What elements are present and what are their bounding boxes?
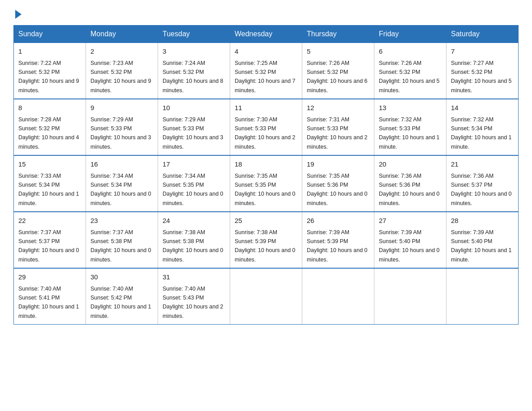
calendar-cell: 18 Sunrise: 7:35 AMSunset: 5:35 PMDaylig…	[230, 155, 302, 212]
calendar-cell: 31 Sunrise: 7:40 AMSunset: 5:43 PMDaylig…	[158, 268, 230, 325]
day-info: Sunrise: 7:37 AMSunset: 5:37 PMDaylight:…	[18, 229, 79, 263]
day-number: 5	[307, 47, 369, 57]
day-info: Sunrise: 7:24 AMSunset: 5:32 PMDaylight:…	[163, 60, 223, 94]
calendar-cell: 3 Sunrise: 7:24 AMSunset: 5:32 PMDayligh…	[158, 43, 230, 99]
day-number: 24	[163, 216, 225, 226]
calendar-week-row: 22 Sunrise: 7:37 AMSunset: 5:37 PMDaylig…	[14, 212, 519, 268]
calendar-cell: 9 Sunrise: 7:29 AMSunset: 5:33 PMDayligh…	[86, 99, 158, 155]
day-info: Sunrise: 7:33 AMSunset: 5:34 PMDaylight:…	[18, 173, 79, 206]
calendar-cell: 14 Sunrise: 7:32 AMSunset: 5:34 PMDaylig…	[446, 99, 519, 155]
calendar-cell: 19 Sunrise: 7:35 AMSunset: 5:36 PMDaylig…	[302, 155, 374, 212]
calendar-cell: 6 Sunrise: 7:26 AMSunset: 5:32 PMDayligh…	[374, 43, 446, 99]
calendar-cell	[446, 268, 519, 325]
day-number: 13	[379, 103, 442, 113]
day-info: Sunrise: 7:40 AMSunset: 5:43 PMDaylight:…	[163, 286, 223, 319]
day-info: Sunrise: 7:36 AMSunset: 5:37 PMDaylight:…	[451, 173, 512, 206]
calendar-weekday-tuesday: Tuesday	[158, 26, 230, 43]
day-info: Sunrise: 7:39 AMSunset: 5:39 PMDaylight:…	[307, 229, 368, 263]
day-info: Sunrise: 7:25 AMSunset: 5:32 PMDaylight:…	[235, 60, 296, 94]
calendar-table: SundayMondayTuesdayWednesdayThursdayFrid…	[13, 25, 519, 325]
calendar-cell: 10 Sunrise: 7:29 AMSunset: 5:33 PMDaylig…	[158, 99, 230, 155]
calendar-cell: 25 Sunrise: 7:38 AMSunset: 5:39 PMDaylig…	[230, 212, 302, 268]
day-number: 1	[18, 47, 81, 57]
calendar-cell: 24 Sunrise: 7:38 AMSunset: 5:38 PMDaylig…	[158, 212, 230, 268]
day-number: 4	[235, 47, 297, 57]
calendar-cell: 5 Sunrise: 7:26 AMSunset: 5:32 PMDayligh…	[302, 43, 374, 99]
day-number: 2	[90, 47, 153, 57]
day-info: Sunrise: 7:30 AMSunset: 5:33 PMDaylight:…	[235, 116, 296, 150]
day-number: 22	[18, 216, 81, 226]
calendar-cell: 27 Sunrise: 7:39 AMSunset: 5:40 PMDaylig…	[374, 212, 446, 268]
calendar-week-row: 1 Sunrise: 7:22 AMSunset: 5:32 PMDayligh…	[14, 43, 519, 99]
calendar-cell: 4 Sunrise: 7:25 AMSunset: 5:32 PMDayligh…	[230, 43, 302, 99]
calendar-cell: 8 Sunrise: 7:28 AMSunset: 5:32 PMDayligh…	[14, 99, 86, 155]
calendar-cell: 21 Sunrise: 7:36 AMSunset: 5:37 PMDaylig…	[446, 155, 519, 212]
calendar-cell: 23 Sunrise: 7:37 AMSunset: 5:38 PMDaylig…	[86, 212, 158, 268]
calendar-cell	[230, 268, 302, 325]
calendar-cell: 29 Sunrise: 7:40 AMSunset: 5:41 PMDaylig…	[14, 268, 86, 325]
day-number: 11	[235, 103, 297, 113]
calendar-weekday-friday: Friday	[374, 26, 446, 43]
day-info: Sunrise: 7:39 AMSunset: 5:40 PMDaylight:…	[379, 229, 440, 263]
logo	[13, 9, 21, 17]
day-number: 3	[163, 47, 225, 57]
day-number: 30	[90, 272, 153, 283]
day-number: 23	[90, 216, 153, 226]
day-number: 28	[451, 216, 514, 226]
day-number: 7	[451, 47, 514, 57]
logo-arrow-icon	[15, 10, 21, 19]
calendar-cell: 16 Sunrise: 7:34 AMSunset: 5:34 PMDaylig…	[86, 155, 158, 212]
day-info: Sunrise: 7:23 AMSunset: 5:32 PMDaylight:…	[90, 60, 151, 94]
calendar-cell: 7 Sunrise: 7:27 AMSunset: 5:32 PMDayligh…	[446, 43, 519, 99]
calendar-weekday-wednesday: Wednesday	[230, 26, 302, 43]
calendar-weekday-monday: Monday	[86, 26, 158, 43]
calendar-cell	[302, 268, 374, 325]
calendar-header-row: SundayMondayTuesdayWednesdayThursdayFrid…	[14, 26, 519, 43]
calendar-cell	[374, 268, 446, 325]
calendar-weekday-thursday: Thursday	[302, 26, 374, 43]
calendar-weekday-sunday: Sunday	[14, 26, 86, 43]
day-info: Sunrise: 7:38 AMSunset: 5:39 PMDaylight:…	[235, 229, 296, 263]
day-info: Sunrise: 7:28 AMSunset: 5:32 PMDaylight:…	[18, 116, 79, 150]
day-info: Sunrise: 7:34 AMSunset: 5:34 PMDaylight:…	[90, 173, 151, 206]
day-number: 15	[18, 159, 81, 170]
calendar-cell: 11 Sunrise: 7:30 AMSunset: 5:33 PMDaylig…	[230, 99, 302, 155]
calendar-cell: 22 Sunrise: 7:37 AMSunset: 5:37 PMDaylig…	[14, 212, 86, 268]
calendar-week-row: 8 Sunrise: 7:28 AMSunset: 5:32 PMDayligh…	[14, 99, 519, 155]
day-info: Sunrise: 7:36 AMSunset: 5:36 PMDaylight:…	[379, 173, 440, 206]
day-info: Sunrise: 7:31 AMSunset: 5:33 PMDaylight:…	[307, 116, 368, 150]
day-number: 31	[163, 272, 225, 283]
day-number: 14	[451, 103, 514, 113]
day-info: Sunrise: 7:26 AMSunset: 5:32 PMDaylight:…	[379, 60, 440, 94]
calendar-weekday-saturday: Saturday	[446, 26, 519, 43]
day-number: 19	[307, 159, 369, 170]
day-info: Sunrise: 7:22 AMSunset: 5:32 PMDaylight:…	[18, 60, 79, 94]
day-info: Sunrise: 7:32 AMSunset: 5:34 PMDaylight:…	[451, 116, 512, 150]
day-info: Sunrise: 7:39 AMSunset: 5:40 PMDaylight:…	[451, 229, 512, 263]
day-number: 6	[379, 47, 442, 57]
day-number: 17	[163, 159, 225, 170]
day-number: 29	[18, 272, 81, 283]
day-number: 21	[451, 159, 514, 170]
calendar-cell: 20 Sunrise: 7:36 AMSunset: 5:36 PMDaylig…	[374, 155, 446, 212]
day-info: Sunrise: 7:40 AMSunset: 5:42 PMDaylight:…	[90, 286, 151, 319]
day-number: 16	[90, 159, 153, 170]
day-number: 9	[90, 103, 153, 113]
calendar-cell: 17 Sunrise: 7:34 AMSunset: 5:35 PMDaylig…	[158, 155, 230, 212]
calendar-week-row: 29 Sunrise: 7:40 AMSunset: 5:41 PMDaylig…	[14, 268, 519, 325]
calendar-cell: 12 Sunrise: 7:31 AMSunset: 5:33 PMDaylig…	[302, 99, 374, 155]
page-header	[13, 9, 519, 17]
calendar-cell: 13 Sunrise: 7:32 AMSunset: 5:33 PMDaylig…	[374, 99, 446, 155]
day-number: 10	[163, 103, 225, 113]
day-info: Sunrise: 7:35 AMSunset: 5:36 PMDaylight:…	[307, 173, 368, 206]
day-number: 18	[235, 159, 297, 170]
day-info: Sunrise: 7:29 AMSunset: 5:33 PMDaylight:…	[90, 116, 151, 150]
day-info: Sunrise: 7:32 AMSunset: 5:33 PMDaylight:…	[379, 116, 440, 150]
day-number: 27	[379, 216, 442, 226]
day-info: Sunrise: 7:38 AMSunset: 5:38 PMDaylight:…	[163, 229, 223, 263]
day-number: 20	[379, 159, 442, 170]
day-info: Sunrise: 7:27 AMSunset: 5:32 PMDaylight:…	[451, 60, 512, 94]
day-info: Sunrise: 7:34 AMSunset: 5:35 PMDaylight:…	[163, 173, 223, 206]
calendar-cell: 1 Sunrise: 7:22 AMSunset: 5:32 PMDayligh…	[14, 43, 86, 99]
day-info: Sunrise: 7:35 AMSunset: 5:35 PMDaylight:…	[235, 173, 296, 206]
